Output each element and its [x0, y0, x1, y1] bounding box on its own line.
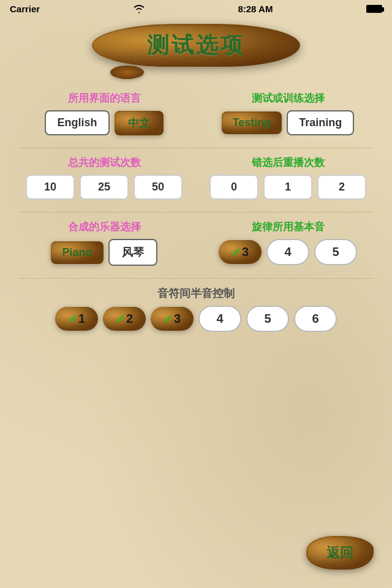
testmode-section: 测试或训练选择 Testing Training: [202, 91, 374, 135]
wrong-replay-btn-group: 0 1 2: [209, 175, 366, 200]
divider-3: [18, 278, 374, 279]
title-blob-decoration: [110, 66, 144, 79]
return-label: 返回: [326, 544, 353, 562]
divider-1: [18, 148, 374, 148]
semitone-6-button[interactable]: 6: [294, 306, 337, 332]
title-wood-shape: 测试选项: [92, 24, 300, 67]
language-testmode-section: 所用界面的语言 English 中文 测试或训练选择 Testing Train…: [18, 91, 374, 135]
language-btn-group: English 中文: [45, 110, 163, 135]
semitone-btn-group: ✓1 ✓2 ✓3 4 5 6: [55, 306, 337, 332]
total-tests-label: 总共的测试次数: [68, 156, 141, 170]
instrument-basenote-section: 合成的乐器选择 Piano 风琴 旋律所用基本音 ✓3 4 5: [18, 220, 374, 266]
tests-replay-section: 总共的测试次数 10 25 50 错选后重播次数 0 1 2: [18, 156, 374, 200]
testing-button[interactable]: Testing: [222, 111, 282, 134]
semitone-1-button[interactable]: ✓1: [55, 307, 98, 331]
check-icon-s3: ✓: [164, 313, 173, 325]
instrument-btn-group: Piano 风琴: [51, 239, 157, 266]
semitone-3-button[interactable]: ✓3: [151, 307, 194, 331]
tests-25-button[interactable]: 25: [80, 175, 129, 200]
wrong-replay-label: 错选后重播次数: [252, 156, 325, 170]
battery-icon: [366, 5, 382, 13]
semitone-label: 音符间半音控制: [157, 286, 235, 301]
wifi-icon: [134, 5, 145, 13]
main-content: 测试选项 所用界面的语言 English 中文 测试或训练选择 Testing …: [0, 18, 392, 337]
replay-1-button[interactable]: 1: [263, 175, 312, 200]
title-banner: 测试选项: [92, 24, 300, 79]
fengqin-button[interactable]: 风琴: [108, 239, 157, 266]
time-display: 8:28 AM: [238, 4, 273, 14]
replay-0-button[interactable]: 0: [209, 175, 258, 200]
training-button[interactable]: Training: [287, 110, 354, 135]
note-4-button[interactable]: 4: [266, 239, 309, 265]
instrument-label: 合成的乐器选择: [68, 220, 141, 234]
note-3-button[interactable]: ✓3: [219, 240, 262, 264]
semitone-4-button[interactable]: 4: [198, 306, 241, 332]
base-note-section: 旋律所用基本音 ✓3 4 5: [202, 220, 374, 266]
piano-button[interactable]: Piano: [51, 241, 103, 264]
total-tests-btn-group: 10 25 50: [26, 175, 183, 200]
language-label: 所用界面的语言: [68, 91, 141, 105]
base-note-btn-group: ✓3 4 5: [219, 239, 357, 265]
page-title: 测试选项: [147, 31, 245, 61]
check-icon-s1: ✓: [68, 313, 77, 325]
check-icon-s2: ✓: [116, 313, 125, 325]
divider-2: [18, 212, 374, 213]
carrier-label: Carrier: [10, 4, 40, 14]
tests-10-button[interactable]: 10: [26, 175, 75, 200]
language-section: 所用界面的语言 English 中文: [18, 91, 190, 135]
wrong-replay-section: 错选后重播次数 0 1 2: [202, 156, 374, 200]
semitone-section: 音符间半音控制 ✓1 ✓2 ✓3 4 5 6: [18, 286, 374, 332]
testmode-btn-group: Testing Training: [222, 110, 355, 135]
language-english-button[interactable]: English: [45, 110, 109, 135]
return-button[interactable]: 返回: [306, 536, 374, 570]
status-bar: Carrier 8:28 AM: [0, 0, 392, 18]
base-note-label: 旋律所用基本音: [252, 220, 325, 234]
note-5-button[interactable]: 5: [314, 239, 357, 265]
check-icon-3: ✓: [232, 246, 241, 258]
semitone-5-button[interactable]: 5: [246, 306, 289, 332]
testmode-label: 测试或训练选择: [252, 91, 325, 105]
instrument-section: 合成的乐器选择 Piano 风琴: [18, 220, 190, 266]
total-tests-section: 总共的测试次数 10 25 50: [18, 156, 190, 200]
tests-50-button[interactable]: 50: [134, 175, 183, 200]
replay-2-button[interactable]: 2: [317, 175, 366, 200]
semitone-2-button[interactable]: ✓2: [103, 307, 146, 331]
language-chinese-button[interactable]: 中文: [115, 111, 164, 135]
